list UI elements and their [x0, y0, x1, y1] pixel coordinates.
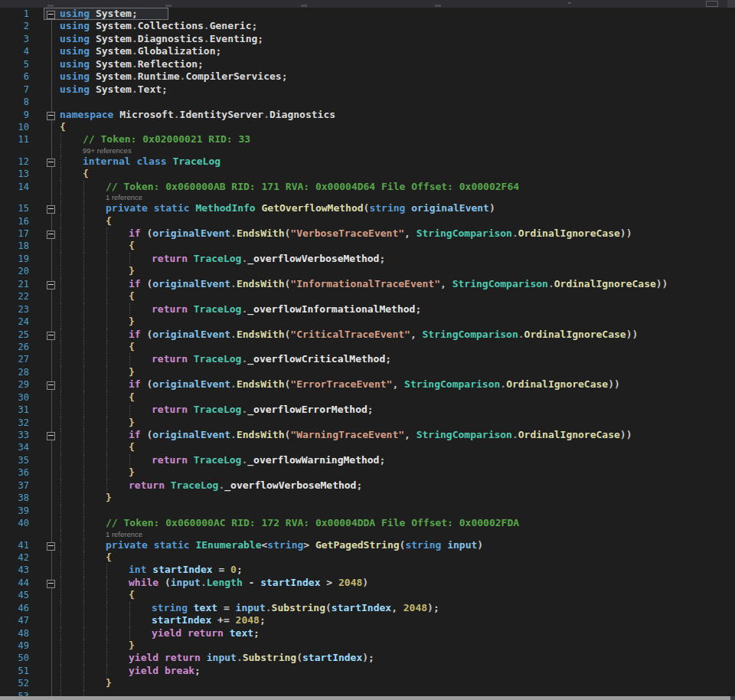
code-line[interactable]: 27return TraceLog._overflowCriticalMetho… [0, 353, 735, 365]
fold-collapse-icon[interactable] [47, 542, 55, 551]
code-line[interactable]: 10{ [0, 121, 735, 133]
code-token: ; [415, 303, 421, 315]
code-line[interactable]: 29if (originalEvent.EndsWith("ErrorTrace… [0, 378, 735, 391]
indent-guide [106, 665, 107, 677]
code-line[interactable]: 33if (originalEvent.EndsWith("WarningTra… [0, 429, 735, 441]
code-line[interactable]: 21if (originalEvent.EndsWith("Informatio… [0, 278, 735, 290]
code-line[interactable]: 22{ [0, 290, 735, 303]
code-line[interactable]: 20} [0, 265, 735, 277]
code-line[interactable]: 16{ [0, 215, 735, 227]
fold-collapse-icon[interactable] [47, 580, 55, 588]
indent-guide [83, 429, 84, 441]
line-number: 46 [0, 602, 38, 614]
line-number: 27 [0, 353, 38, 365]
chevron-down-icon[interactable]: ⌄ [567, 0, 573, 5]
code-line[interactable]: 42{ [0, 551, 735, 564]
code-line[interactable]: 9namespace Microsoft.IdentityServer.Diag… [0, 109, 735, 121]
codelens-references-link[interactable]: 1 reference [106, 193, 142, 201]
code-line[interactable]: 44while (input.Length - startIndex > 204… [0, 577, 735, 589]
outlining-margin [38, 378, 57, 391]
code-line[interactable]: 25if (originalEvent.EndsWith("CriticalTr… [0, 329, 735, 341]
code-line[interactable]: 19return TraceLog._overflowVerboseMethod… [0, 253, 735, 265]
fold-collapse-icon[interactable] [47, 381, 55, 390]
indent-guide [83, 253, 84, 265]
codelens-references-link[interactable]: 99+ references [83, 146, 132, 155]
code-line[interactable]: 51yield break; [0, 665, 735, 677]
code-token: . [548, 278, 554, 289]
code-line[interactable]: 7using System.Text; [0, 83, 735, 96]
code-line[interactable]: 28} [0, 366, 735, 378]
codelens-references-link[interactable]: 1 reference [106, 530, 142, 538]
indent-guide [60, 539, 61, 551]
code-token: TraceLog [194, 303, 242, 315]
code-editor[interactable]: 1using System;2using System.Collections.… [0, 8, 735, 700]
fold-collapse-icon[interactable] [47, 112, 55, 120]
indent-guide [106, 602, 107, 614]
line-number: 10 [0, 121, 38, 133]
code-line[interactable]: 24} [0, 316, 735, 328]
indent-guide [83, 602, 84, 614]
code-line[interactable]: 43int startIndex = 0; [0, 564, 735, 576]
indent-guide [106, 341, 107, 353]
code-line[interactable]: 1using System; [0, 8, 735, 20]
code-line[interactable]: 37return TraceLog._overflowVerboseMethod… [0, 479, 735, 492]
code-line[interactable]: 17if (originalEvent.EndsWith("VerboseTra… [0, 227, 735, 240]
code-line[interactable]: 14// Token: 0x060000AB RID: 171 RVA: 0x0… [0, 181, 735, 193]
line-number: 45 [0, 589, 38, 601]
code-line[interactable]: 11// Token: 0x02000021 RID: 33 [0, 133, 735, 146]
code-line[interactable]: 30{ [0, 391, 735, 404]
indent-guide [60, 589, 61, 601]
code-line[interactable]: 32} [0, 417, 735, 429]
code-line[interactable]: 34{ [0, 441, 735, 453]
code-token: input [236, 602, 266, 613]
code-line[interactable]: 47startIndex += 2048; [0, 614, 735, 626]
code-line[interactable]: 41private static IEnumerable<string> Get… [0, 539, 735, 551]
code-line[interactable]: 18{ [0, 240, 735, 252]
horizontal-scrollbar[interactable] [0, 696, 730, 700]
code-line[interactable]: 8 [0, 96, 735, 108]
code-line[interactable]: 26{ [0, 341, 735, 353]
fold-collapse-icon[interactable] [47, 281, 55, 289]
code-line[interactable]: 46string text = input.Substring(startInd… [0, 602, 735, 614]
indent-guide [60, 378, 61, 391]
code-line[interactable]: 50yield return input.Substring(startInde… [0, 652, 735, 664]
code-line[interactable]: 2using System.Collections.Generic; [0, 20, 735, 32]
fold-collapse-icon[interactable] [47, 11, 55, 19]
code-line[interactable]: 31return TraceLog._overflowErrorMethod; [0, 404, 735, 416]
code-line[interactable]: 39 [0, 505, 735, 517]
code-line[interactable]: 40// Token: 0x060000AC RID: 172 RVA: 0x0… [0, 517, 735, 529]
code-line[interactable]: 15private static MethodInfo GetOverflowM… [0, 202, 735, 214]
codelens-row[interactable]: 1 reference [0, 530, 735, 539]
codelens-row[interactable]: 99+ references [0, 146, 735, 155]
code-line[interactable]: 4using System.Globalization; [0, 45, 735, 57]
fold-collapse-icon[interactable] [47, 332, 55, 340]
code-line[interactable]: 23return TraceLog._overflowInformational… [0, 303, 735, 316]
codelens-row[interactable]: 1 reference [0, 193, 735, 202]
code-token: EndsWith [237, 278, 285, 289]
fold-collapse-icon[interactable] [47, 432, 55, 440]
code-line[interactable]: 35return TraceLog._overflowWarningMethod… [0, 454, 735, 466]
indent-guide [60, 155, 61, 168]
code-line[interactable]: 6using System.Runtime.CompilerServices; [0, 70, 735, 83]
code-line[interactable]: 3using System.Diagnostics.Eventing; [0, 33, 735, 45]
code-line[interactable]: 45{ [0, 589, 735, 601]
fold-collapse-icon[interactable] [47, 159, 55, 167]
indent-guide [129, 454, 130, 466]
code-line[interactable]: 49} [0, 639, 735, 652]
code-line[interactable]: 38} [0, 492, 735, 504]
indent-guide [83, 505, 84, 517]
fold-collapse-icon[interactable] [47, 205, 55, 214]
indent-guide [60, 168, 61, 180]
code-line[interactable]: 12internal class TraceLog [0, 155, 735, 168]
code-token: return [152, 303, 194, 315]
toolbar-dropdown-box[interactable] [706, 1, 718, 7]
code-line[interactable]: 5using System.Reflection; [0, 58, 735, 70]
code-line[interactable]: 13{ [0, 168, 735, 180]
code-line[interactable]: 36} [0, 466, 735, 479]
fold-collapse-icon[interactable] [47, 231, 55, 239]
code-line[interactable]: 52} [0, 677, 735, 689]
indent-guide [60, 316, 61, 328]
code-token: int [129, 564, 152, 575]
outlining-margin [38, 665, 57, 677]
code-line[interactable]: 48yield return text; [0, 627, 735, 639]
